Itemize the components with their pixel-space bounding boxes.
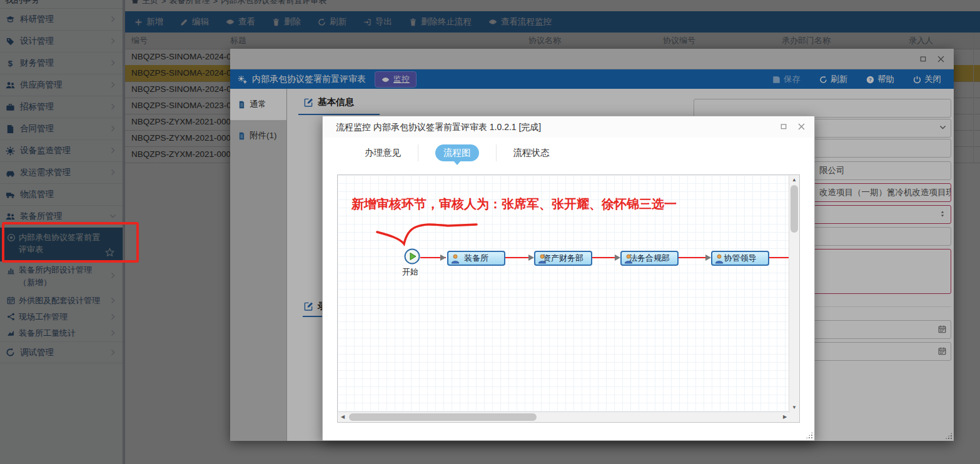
start-node-icon[interactable]: [404, 248, 420, 265]
flow-node-asset-finance[interactable]: 资产财务部: [534, 251, 592, 266]
tab-flow-diagram[interactable]: 流程图: [418, 144, 496, 161]
flow-node-equipment-institute[interactable]: 装备所: [447, 251, 505, 266]
scroll-left-arrow[interactable]: ◀: [338, 412, 348, 422]
flow-node-label: 资产财务部: [543, 253, 583, 264]
tab-label-selected: 流程图: [435, 144, 479, 161]
tab-opinions[interactable]: 办理意见: [348, 144, 418, 161]
flow-node-label: 法务合规部: [629, 253, 670, 264]
close-icon[interactable]: [797, 123, 806, 131]
monitor-modal-titlebar[interactable]: 流程监控 内部承包协议签署前置评审表 1.0.2.1 [完成]: [323, 116, 814, 138]
scroll-up-arrow[interactable]: ▲: [789, 175, 799, 185]
person-icon: [624, 254, 633, 264]
vertical-scrollbar[interactable]: ▲ ▼: [789, 175, 799, 413]
person-icon: [538, 254, 547, 264]
horizontal-scrollbar[interactable]: ◀ ▶: [338, 411, 790, 422]
scroll-down-arrow[interactable]: ▼: [789, 403, 799, 413]
red-doodle-arrow: [377, 224, 477, 244]
flow-node-label: 装备所: [464, 253, 488, 264]
red-annotation-text: 新增审核环节，审核人为：张席军、张开耀、徐怀锦三选一: [351, 196, 677, 213]
scrollbar-corner: [790, 413, 799, 422]
person-icon: [715, 254, 724, 264]
maximize-icon[interactable]: [780, 123, 787, 130]
scroll-right-arrow[interactable]: ▶: [780, 412, 790, 422]
start-node-label: 开始: [402, 266, 418, 278]
flow-diagram-canvas[interactable]: 新增审核环节，审核人为：张席军、张开耀、徐怀锦三选一 开始 装备所 资产财务部 …: [337, 174, 800, 423]
flow-node-label: 协管领导: [724, 253, 757, 264]
monitor-modal: 流程监控 内部承包协议签署前置评审表 1.0.2.1 [完成] 办理意见 流程图…: [322, 116, 815, 441]
tab-label: 办理意见: [365, 148, 401, 158]
resize-grip[interactable]: [806, 431, 813, 439]
tab-label: 流程状态: [513, 148, 550, 158]
monitor-modal-title: 流程监控 内部承包协议签署前置评审表 1.0.2.1 [完成]: [323, 116, 814, 138]
flow-node-legal-compliance[interactable]: 法务合规部: [620, 251, 679, 266]
scrollbar-thumb[interactable]: [791, 185, 798, 233]
tab-flow-status[interactable]: 流程状态: [496, 144, 567, 161]
person-icon: [451, 254, 460, 264]
monitor-tabs: 办理意见 流程图 流程状态: [323, 138, 814, 168]
scrollbar-thumb[interactable]: [349, 413, 537, 421]
flow-node-assisting-leader[interactable]: 协管领导: [711, 251, 769, 266]
